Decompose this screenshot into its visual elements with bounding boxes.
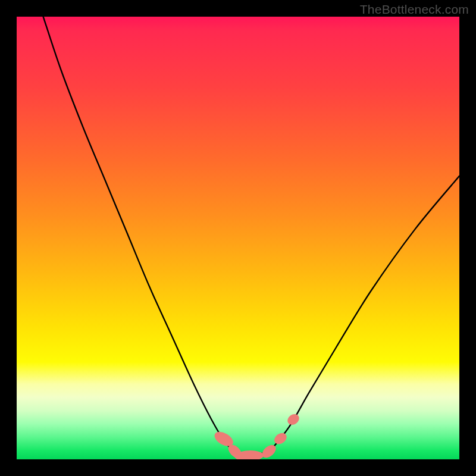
watermark-text: TheBottleneck.com: [360, 2, 469, 17]
curve-line: [43, 17, 459, 455]
bottleneck-curve: [17, 17, 459, 459]
trough-marker-4: [273, 431, 289, 446]
plot-area: [17, 17, 459, 459]
trough-marker-5: [286, 412, 301, 427]
chart-frame: TheBottleneck.com: [0, 0, 476, 476]
